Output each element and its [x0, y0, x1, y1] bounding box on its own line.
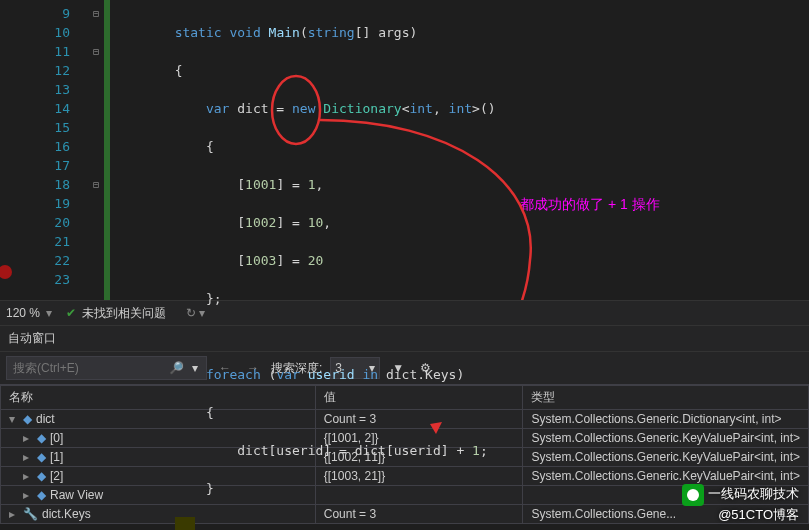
wechat-icon: [682, 484, 704, 506]
fold-gutter: ⊟⊟⊟: [88, 0, 104, 300]
object-icon: ◆: [37, 450, 46, 464]
fold-toggle[interactable]: ⊟: [88, 42, 104, 61]
issues-ok-icon[interactable]: ✔: [66, 306, 76, 320]
object-icon: ◆: [37, 431, 46, 445]
fold-toggle[interactable]: ⊟: [88, 175, 104, 194]
expand-toggle[interactable]: ▸: [23, 469, 33, 483]
watermark: 一线码农聊技术 @51CTO博客: [682, 484, 799, 524]
expand-toggle[interactable]: ▸: [23, 450, 33, 464]
expand-toggle[interactable]: ▾: [9, 412, 19, 426]
line-number-gutter: 91011121314151617181920212223: [0, 0, 88, 300]
code-area[interactable]: static void Main(string[] args) { var di…: [112, 0, 809, 300]
wrench-icon: 🔧: [23, 507, 38, 521]
object-icon: ◆: [37, 488, 46, 502]
code-editor[interactable]: 91011121314151617181920212223 ⊟⊟⊟ static…: [0, 0, 809, 301]
fold-toggle[interactable]: ⊟: [88, 4, 104, 23]
current-execution-line: [175, 517, 195, 530]
expand-toggle[interactable]: ▸: [9, 507, 19, 521]
zoom-dropdown-icon[interactable]: ▾: [46, 306, 52, 320]
expand-toggle[interactable]: ▸: [23, 431, 33, 445]
zoom-level[interactable]: 120 %: [0, 306, 46, 320]
expand-toggle[interactable]: ▸: [23, 488, 33, 502]
object-icon: ◆: [23, 412, 32, 426]
change-marker: [104, 0, 110, 300]
object-icon: ◆: [37, 469, 46, 483]
annotation-text: 都成功的做了 + 1 操作: [520, 196, 660, 214]
